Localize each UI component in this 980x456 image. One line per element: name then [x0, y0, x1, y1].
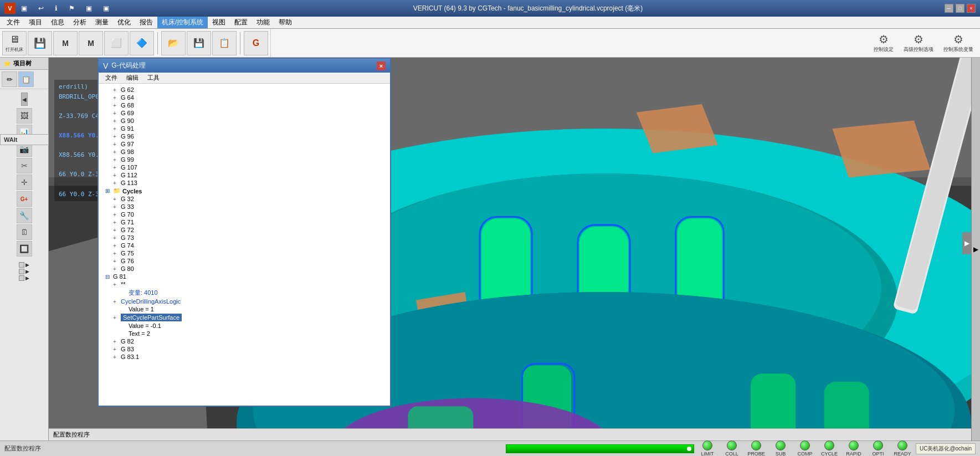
sidebar-g-icon[interactable]: G+: [17, 191, 32, 207]
tree-node[interactable]: ⊞📁Cycles: [101, 187, 388, 195]
tree-node[interactable]: +G 97: [101, 140, 388, 148]
tree-node[interactable]: +G 80: [101, 265, 388, 273]
tree-expand-icon: +: [113, 118, 121, 124]
tree-node[interactable]: +G 83.1: [101, 353, 388, 361]
tree-node[interactable]: +G 33: [101, 203, 388, 211]
tree-expand-icon: +: [113, 87, 121, 93]
tree-node[interactable]: +G 68: [101, 101, 388, 109]
gcode-dialog-title-bar[interactable]: V G-代码处理 ×: [99, 59, 390, 73]
tree-node[interactable]: +G 76: [101, 257, 388, 265]
app-window: V ▣ ↩ ℹ ⚑ ▣ ▣ VERICUT (64) 9.3 by CGTech…: [0, 0, 980, 456]
close-button[interactable]: ×: [967, 4, 976, 13]
tree-node[interactable]: +G 62: [101, 86, 388, 94]
menu-item-file[interactable]: 文件: [2, 17, 24, 28]
gcode-menu-tools[interactable]: 工具: [143, 73, 164, 83]
tree-node[interactable]: +G 73: [101, 234, 388, 242]
menu-item-info[interactable]: 信息: [47, 17, 69, 28]
menu-item-config[interactable]: 配置: [230, 17, 252, 28]
tree-node[interactable]: +G 83: [101, 345, 388, 353]
tree-node[interactable]: +G 32: [101, 195, 388, 203]
menu-item-analysis[interactable]: 分析: [69, 17, 91, 28]
gcode-menu-edit[interactable]: 编辑: [122, 73, 143, 83]
wait-badge: WAIt: [0, 134, 49, 145]
gcode-tree-content[interactable]: +G 62+G 64+G 68+G 69+G 90+G 91+G 96+G 97…: [99, 84, 390, 406]
control-variables-button[interactable]: ⚙ 控制系统变量: [939, 30, 978, 55]
save-button[interactable]: 💾: [28, 31, 52, 55]
tree-node[interactable]: +CycleDrillingAxisLogic: [101, 298, 388, 305]
menu-item-optimize[interactable]: 优化: [113, 17, 135, 28]
viewport-right-arrow[interactable]: ▶: [962, 232, 971, 254]
toolbar-m1-button[interactable]: M: [53, 31, 78, 55]
toolbar-save2-button[interactable]: 💾: [187, 31, 211, 55]
sidebar-plus-icon[interactable]: ✛: [17, 175, 32, 190]
collapse-left-button[interactable]: ◀: [21, 93, 28, 106]
sidebar-rect-icon[interactable]: 🔲: [17, 241, 32, 257]
toolbar-m2-button[interactable]: M: [79, 31, 103, 55]
right-nav-arrow[interactable]: ▶: [971, 58, 980, 440]
tree-node[interactable]: +G 74: [101, 242, 388, 249]
sidebar-cut-icon[interactable]: ✂: [17, 158, 32, 173]
gcode-close-button[interactable]: ×: [377, 62, 386, 70]
sidebar-paint-icon[interactable]: 🖼: [17, 108, 32, 124]
tree-node[interactable]: +G 71: [101, 218, 388, 226]
tree-node[interactable]: 变量: 4010: [101, 288, 388, 298]
menu-item-help[interactable]: 帮助: [274, 17, 296, 28]
menu-file[interactable]: ▣: [19, 4, 29, 12]
toolbar-open-button[interactable]: 📂: [161, 31, 186, 55]
maximize-button[interactable]: □: [956, 4, 964, 13]
toolbar-sep-2: [240, 32, 240, 54]
sub-expand-2[interactable]: [19, 269, 24, 274]
coll-dot: [727, 440, 737, 450]
tree-node[interactable]: +G 91: [101, 125, 388, 132]
toolbar-copy-button[interactable]: 📋: [212, 31, 237, 55]
menu-item-measure[interactable]: 测量: [91, 17, 113, 28]
tree-node[interactable]: Value = -0.1: [101, 322, 388, 330]
tree-node[interactable]: ⊟G 81: [101, 273, 388, 280]
gcode-menu-file[interactable]: 文件: [101, 73, 122, 83]
sub-expand-1[interactable]: [19, 262, 24, 268]
minimize-button[interactable]: ─: [945, 4, 953, 13]
menu-item-project[interactable]: 项目: [24, 17, 47, 28]
menu-item-view[interactable]: 视图: [208, 17, 230, 28]
menu-info[interactable]: ℹ: [53, 4, 60, 12]
tree-node[interactable]: Value = 1: [101, 305, 388, 313]
tree-node-label: **: [121, 281, 126, 288]
menu-item-machine[interactable]: 机床/控制系统: [157, 17, 208, 28]
menu-extra[interactable]: ▣: [84, 4, 94, 12]
tree-pencil-button[interactable]: ✏: [2, 71, 17, 87]
tree-icon-row: ✏ 📋: [0, 70, 48, 89]
tree-node[interactable]: +G 82: [101, 337, 388, 345]
tree-node[interactable]: +SetCyclePartSurface: [101, 313, 388, 322]
opti-dot: [873, 440, 883, 450]
menu-extra2[interactable]: ▣: [101, 4, 111, 12]
menu-item-report[interactable]: 报告: [135, 17, 157, 28]
tree-node[interactable]: +G 98: [101, 148, 388, 156]
sidebar-grid-icon[interactable]: 🗓: [17, 224, 32, 240]
tree-node[interactable]: +G 90: [101, 117, 388, 125]
sidebar-wrench-icon[interactable]: 🔧: [17, 208, 32, 223]
tree-node[interactable]: +G 113: [101, 179, 388, 187]
tree-node[interactable]: +G 112: [101, 171, 388, 179]
tree-node[interactable]: +G 64: [101, 94, 388, 101]
menu-item-function[interactable]: 功能: [252, 17, 274, 28]
tree-node[interactable]: +G 99: [101, 156, 388, 163]
toolbar-g-button[interactable]: G: [244, 31, 268, 55]
tree-node[interactable]: Text = 2: [101, 330, 388, 337]
tree-node[interactable]: +G 96: [101, 132, 388, 140]
toolbar-square-button[interactable]: ⬜: [104, 31, 129, 55]
menu-flags[interactable]: ⚑: [66, 4, 77, 12]
tree-node[interactable]: +**: [101, 280, 388, 288]
tree-node[interactable]: +G 72: [101, 226, 388, 234]
menu-undo[interactable]: ↩: [36, 4, 46, 12]
sub-expand-3[interactable]: [19, 275, 24, 281]
control-settings-button[interactable]: ⚙ 控制设定: [869, 30, 898, 55]
toolbar-3d-button[interactable]: 🔷: [130, 31, 154, 55]
tree-list-button[interactable]: 📋: [18, 71, 34, 87]
open-machine-button[interactable]: 🖥 打开机床: [2, 31, 27, 55]
tree-node-label: G 112: [121, 172, 137, 178]
advanced-control-button[interactable]: ⚙ 高级控制选项: [899, 30, 938, 55]
tree-node[interactable]: +G 69: [101, 109, 388, 117]
tree-node[interactable]: +G 107: [101, 163, 388, 171]
tree-node[interactable]: +G 70: [101, 211, 388, 218]
tree-node[interactable]: +G 75: [101, 249, 388, 257]
